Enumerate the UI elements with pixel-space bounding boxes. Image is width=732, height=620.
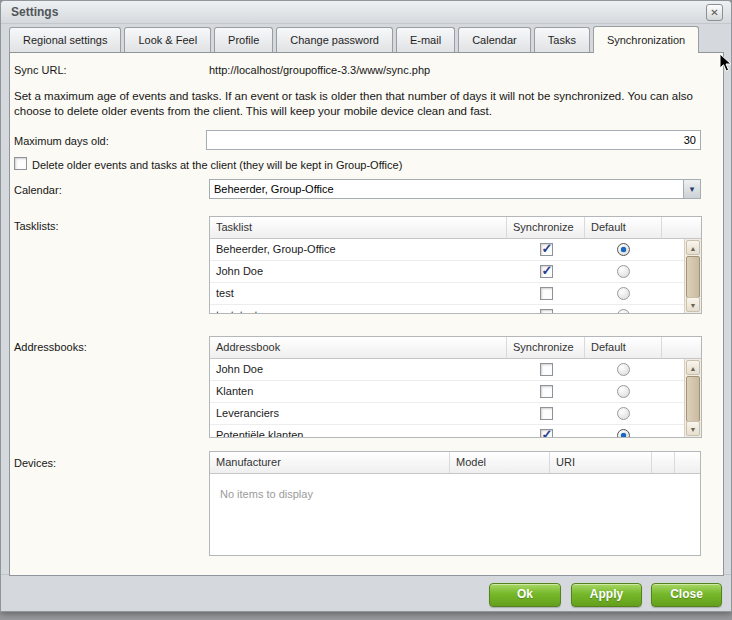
close-button[interactable]: Close bbox=[651, 583, 722, 607]
synchronize-checkbox[interactable] bbox=[540, 243, 553, 256]
column-header-spacer bbox=[662, 337, 701, 358]
synchronize-checkbox[interactable] bbox=[540, 429, 553, 437]
default-radio[interactable] bbox=[617, 243, 630, 256]
scrollbar-thumb[interactable] bbox=[686, 376, 700, 422]
calendar-label: Calendar: bbox=[14, 184, 62, 196]
addressbook-name: Potentiële klanten bbox=[210, 425, 507, 437]
ok-button[interactable]: Ok bbox=[489, 583, 561, 607]
addressbook-name: John Doe bbox=[210, 359, 507, 380]
table-row[interactable]: test bbox=[210, 283, 684, 305]
addressbook-name: Leveranciers bbox=[210, 403, 507, 424]
tasklist-name: test, test bbox=[210, 305, 507, 313]
devices-grid-header: Manufacturer Model URI bbox=[210, 452, 700, 474]
tab-calendar[interactable]: Calendar bbox=[458, 27, 531, 52]
column-header-synchronize[interactable]: Synchronize bbox=[507, 337, 585, 358]
max-days-input[interactable] bbox=[206, 130, 701, 150]
default-cell bbox=[585, 381, 662, 402]
scrollbar-thumb[interactable] bbox=[686, 256, 700, 298]
synchronize-checkbox[interactable] bbox=[540, 385, 553, 398]
synchronize-cell bbox=[507, 359, 585, 380]
default-radio[interactable] bbox=[617, 287, 630, 300]
table-row[interactable]: John Doe bbox=[210, 261, 684, 283]
synchronization-panel: Sync URL: http://localhost/groupoffice-3… bbox=[9, 52, 724, 576]
synchronize-checkbox[interactable] bbox=[540, 265, 553, 278]
chevron-down-icon[interactable]: ▾ bbox=[683, 180, 700, 198]
intro-text: Set a maximum age of events and tasks. I… bbox=[14, 89, 717, 119]
scroll-down-icon[interactable]: ▼ bbox=[686, 297, 700, 312]
synchronize-cell bbox=[507, 425, 585, 437]
synchronize-cell bbox=[507, 381, 585, 402]
tab-email[interactable]: E-mail bbox=[396, 27, 455, 52]
max-days-label: Maximum days old: bbox=[14, 135, 109, 147]
close-icon[interactable]: ✕ bbox=[706, 4, 723, 21]
tab-change-password[interactable]: Change password bbox=[276, 27, 393, 52]
default-radio[interactable] bbox=[617, 385, 630, 398]
column-header-synchronize[interactable]: Synchronize bbox=[507, 217, 585, 238]
synchronize-cell bbox=[507, 283, 585, 304]
column-header-model[interactable]: Model bbox=[450, 452, 550, 473]
scroll-up-icon[interactable]: ▲ bbox=[686, 360, 700, 375]
column-header-addressbook[interactable]: Addressbook bbox=[210, 337, 507, 358]
default-cell bbox=[585, 359, 662, 380]
column-header-spacer bbox=[662, 217, 701, 238]
table-row[interactable]: Leveranciers bbox=[210, 403, 684, 425]
default-radio[interactable] bbox=[617, 265, 630, 278]
table-row[interactable]: test, test bbox=[210, 305, 684, 313]
default-radio[interactable] bbox=[617, 407, 630, 420]
addressbooks-grid-header: Addressbook Synchronize Default bbox=[210, 337, 701, 359]
tasklists-scrollbar[interactable]: ▲ ▼ bbox=[684, 239, 701, 313]
table-row[interactable]: Potentiële klanten bbox=[210, 425, 684, 437]
devices-grid: Manufacturer Model URI No items to displ… bbox=[209, 451, 701, 556]
default-radio[interactable] bbox=[617, 429, 630, 437]
tasklists-grid: Tasklist Synchronize Default Beheerder, … bbox=[209, 216, 702, 314]
synchronize-checkbox[interactable] bbox=[540, 407, 553, 420]
table-row[interactable]: John Doe bbox=[210, 359, 684, 381]
synchronize-cell bbox=[507, 403, 585, 424]
addressbooks-grid: Addressbook Synchronize Default John Doe… bbox=[209, 336, 702, 438]
synchronize-checkbox[interactable] bbox=[540, 309, 553, 313]
dialog-title: Settings bbox=[11, 5, 58, 19]
sync-url-label: Sync URL: bbox=[14, 64, 67, 76]
table-row[interactable]: Beheerder, Group-Office bbox=[210, 239, 684, 261]
default-radio[interactable] bbox=[617, 363, 630, 376]
synchronize-cell bbox=[507, 239, 585, 260]
tasklists-grid-body: Beheerder, Group-Office John Doe test te… bbox=[210, 239, 684, 313]
column-header-spacer bbox=[675, 452, 700, 473]
sync-url-value: http://localhost/groupoffice-3.3/www/syn… bbox=[209, 64, 430, 76]
synchronize-cell bbox=[507, 261, 585, 282]
tasklist-name: test bbox=[210, 283, 507, 304]
tasklist-name: John Doe bbox=[210, 261, 507, 282]
synchronize-checkbox[interactable] bbox=[540, 287, 553, 300]
column-header-default[interactable]: Default bbox=[585, 217, 662, 238]
calendar-combobox[interactable]: Beheerder, Group-Office ▾ bbox=[209, 179, 701, 199]
column-header-uri[interactable]: URI bbox=[550, 452, 652, 473]
tab-tasks[interactable]: Tasks bbox=[534, 27, 590, 52]
default-cell bbox=[585, 261, 662, 282]
table-row[interactable]: Klanten bbox=[210, 381, 684, 403]
synchronize-checkbox[interactable] bbox=[540, 363, 553, 376]
tasklists-grid-header: Tasklist Synchronize Default bbox=[210, 217, 701, 239]
tab-look-and-feel[interactable]: Look & Feel bbox=[124, 27, 211, 52]
default-cell bbox=[585, 283, 662, 304]
delete-older-checkbox[interactable] bbox=[14, 157, 27, 170]
dialog-titlebar[interactable]: Settings ✕ bbox=[1, 1, 731, 24]
apply-button[interactable]: Apply bbox=[571, 583, 642, 607]
default-radio[interactable] bbox=[617, 309, 630, 313]
tab-regional-settings[interactable]: Regional settings bbox=[9, 27, 121, 52]
column-header-default[interactable]: Default bbox=[585, 337, 662, 358]
mouse-cursor-icon bbox=[719, 53, 732, 73]
scroll-down-icon[interactable]: ▼ bbox=[686, 421, 700, 436]
tasklist-name: Beheerder, Group-Office bbox=[210, 239, 507, 260]
column-header-manufacturer[interactable]: Manufacturer bbox=[210, 452, 450, 473]
column-header-spacer bbox=[652, 452, 675, 473]
default-cell bbox=[585, 425, 662, 437]
default-cell bbox=[585, 403, 662, 424]
scroll-up-icon[interactable]: ▲ bbox=[686, 240, 700, 255]
default-cell bbox=[585, 305, 662, 313]
devices-label: Devices: bbox=[14, 457, 56, 469]
addressbooks-scrollbar[interactable]: ▲ ▼ bbox=[684, 359, 701, 437]
tab-synchronization[interactable]: Synchronization bbox=[593, 26, 699, 53]
addressbook-name: Klanten bbox=[210, 381, 507, 402]
column-header-tasklist[interactable]: Tasklist bbox=[210, 217, 507, 238]
tab-profile[interactable]: Profile bbox=[214, 27, 273, 52]
